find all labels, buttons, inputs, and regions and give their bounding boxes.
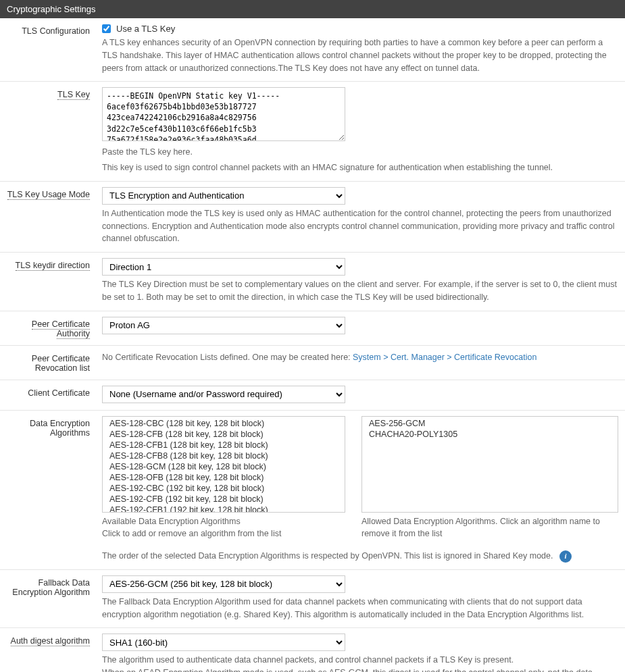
help-tls-key-2: This key is used to sign control channel… [102, 161, 618, 174]
label-tls-configuration: TLS Configuration [0, 24, 98, 74]
list-item[interactable]: AES-128-CFB1 (128 bit key, 128 bit block… [103, 440, 345, 450]
label-data-enc: Data Encryption Algorithms [0, 416, 98, 563]
row-tls-configuration: TLS Configuration Use a TLS Key A TLS ke… [0, 18, 625, 82]
help-fallback: The Fallback Data Encryption Algorithm u… [102, 596, 618, 621]
label-tls-usage-mode: TLS Key Usage Mode [0, 187, 98, 245]
row-auth-digest: Auth digest algorithm SHA1 (160-bit) The… [0, 628, 625, 672]
select-peer-ca[interactable]: Proton AG [102, 317, 345, 334]
row-tls-keydir: TLS keydir direction Direction 1 The TLS… [0, 253, 625, 311]
label-client-cert: Client Certificate [0, 386, 98, 403]
list-item[interactable]: AES-192-CFB (192 bit key, 128 bit block) [103, 494, 345, 505]
help-tls-keydir: The TLS Key Direction must be set to com… [102, 278, 618, 304]
help-order-note: The order of the selected Data Encryptio… [102, 551, 553, 561]
list-item[interactable]: AES-128-CBC (128 bit key, 128 bit block) [103, 418, 345, 429]
help-tls-usage-mode: In Authentication mode the TLS key is us… [102, 207, 618, 245]
select-client-cert[interactable]: None (Username and/or Password required) [102, 386, 345, 403]
row-tls-key: TLS Key -----BEGIN OpenVPN Static key V1… [0, 82, 625, 182]
label-peer-ca: Peer Certificate Authority [0, 317, 98, 338]
help-available-2: Click to add or remove an algorithm from… [102, 527, 345, 540]
link-cert-manager[interactable]: System > Cert. Manager > Certificate Rev… [353, 353, 536, 362]
label-tls-key: TLS Key [0, 87, 98, 174]
list-item[interactable]: AES-128-CFB8 (128 bit key, 128 bit block… [103, 450, 345, 461]
info-icon[interactable]: i [559, 550, 572, 563]
list-item[interactable]: AES-192-CFB1 (192 bit key, 128 bit block… [103, 505, 345, 513]
row-peer-crl: Peer Certificate Revocation list No Cert… [0, 346, 625, 380]
checkbox-use-tls-key[interactable] [102, 24, 111, 33]
panel-header: Cryptographic Settings [0, 0, 625, 18]
list-item[interactable]: AES-256-GCM [362, 418, 618, 429]
textarea-tls-key[interactable]: -----BEGIN OpenVPN Static key V1----- 6a… [102, 87, 345, 141]
listbox-available-algorithms[interactable]: AES-128-CBC (128 bit key, 128 bit block)… [102, 416, 345, 513]
list-item[interactable]: AES-128-CFB (128 bit key, 128 bit block) [103, 429, 345, 440]
listbox-allowed-algorithms[interactable]: AES-256-GCMCHACHA20-POLY1305 [361, 416, 618, 513]
help-peer-crl-prefix: No Certificate Revocation Lists defined.… [102, 353, 353, 362]
label-peer-crl: Peer Certificate Revocation list [0, 351, 98, 373]
list-item[interactable]: AES-128-GCM (128 bit key, 128 bit block) [103, 461, 345, 472]
label-auth-digest: Auth digest algorithm [0, 634, 98, 672]
row-peer-ca: Peer Certificate Authority Proton AG [0, 311, 625, 346]
select-fallback[interactable]: AES-256-GCM (256 bit key, 128 bit block) [102, 575, 345, 593]
label-fallback: Fallback Data Encryption Algorithm [0, 575, 98, 621]
row-fallback: Fallback Data Encryption Algorithm AES-2… [0, 570, 625, 629]
select-tls-keydir[interactable]: Direction 1 [102, 258, 345, 276]
help-tls-key-1: Paste the TLS key here. [102, 146, 618, 159]
help-auth-digest-2: When an AEAD Encryption Algorithm mode i… [102, 667, 618, 672]
help-available-1: Available Data Encryption Algorithms [102, 515, 345, 528]
list-item[interactable]: AES-192-CBC (192 bit key, 128 bit block) [103, 483, 345, 494]
list-item[interactable]: CHACHA20-POLY1305 [362, 429, 618, 440]
list-item[interactable]: AES-128-OFB (128 bit key, 128 bit block) [103, 472, 345, 483]
panel-title: Cryptographic Settings [7, 4, 96, 14]
select-tls-usage-mode[interactable]: TLS Encryption and Authentication [102, 187, 345, 205]
label-tls-keydir: TLS keydir direction [0, 258, 98, 304]
select-auth-digest[interactable]: SHA1 (160-bit) [102, 634, 345, 651]
help-allowed: Allowed Data Encryption Algorithms. Clic… [361, 515, 618, 541]
row-client-cert: Client Certificate None (Username and/or… [0, 380, 625, 411]
help-tls-configuration: A TLS key enhances security of an OpenVP… [102, 36, 618, 74]
help-auth-digest-1: The algorithm used to authenticate data … [102, 654, 618, 667]
checkbox-label-use-tls-key: Use a TLS Key [116, 24, 175, 34]
row-data-enc: Data Encryption Algorithms AES-128-CBC (… [0, 411, 625, 570]
row-tls-usage-mode: TLS Key Usage Mode TLS Encryption and Au… [0, 182, 625, 253]
